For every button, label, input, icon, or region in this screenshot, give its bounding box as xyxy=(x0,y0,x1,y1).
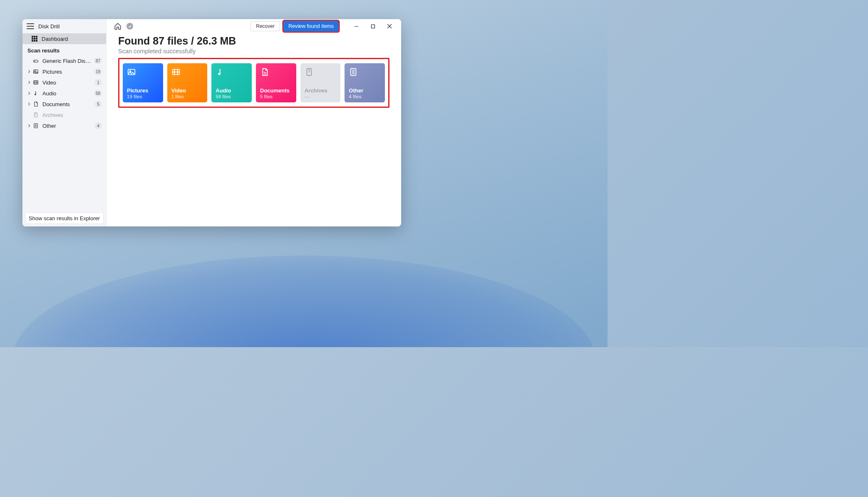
card-count: 4 files xyxy=(349,94,381,99)
tree-item-label: Other xyxy=(42,123,93,129)
svg-rect-15 xyxy=(371,25,374,28)
card-title: Video xyxy=(171,87,203,94)
count-badge: 87 xyxy=(94,57,102,64)
chevron-right-icon xyxy=(27,91,31,96)
svg-point-1 xyxy=(35,61,35,61)
count-badge: 1 xyxy=(94,79,102,86)
wallpaper-bloom xyxy=(12,256,595,347)
other-icon xyxy=(349,67,358,77)
documents-icon xyxy=(32,101,39,107)
chevron-right-icon xyxy=(27,102,31,107)
chevron-right-icon xyxy=(27,124,31,128)
card-title: Audio xyxy=(216,87,248,94)
svg-rect-0 xyxy=(34,60,38,62)
review-found-items-button[interactable]: Review found items xyxy=(283,21,339,32)
tree-item-label: Pictures xyxy=(42,69,92,75)
card-title: Documents xyxy=(260,87,292,94)
sidebar-footer: Show scan results in Explorer xyxy=(22,210,106,226)
home-icon[interactable] xyxy=(114,22,122,30)
content-header: Recover Review found items xyxy=(107,19,401,33)
pictures-icon xyxy=(127,67,136,77)
archives-icon xyxy=(305,67,314,77)
category-card-pictures[interactable]: Pictures19 files xyxy=(123,63,163,102)
tree-item-label: Archives xyxy=(42,112,102,118)
category-cards: Pictures19 filesVideo1 filesAudio58 file… xyxy=(118,58,389,108)
app-window: Disk Drill Dashboard Scan results Generi… xyxy=(22,19,401,226)
hamburger-menu-icon[interactable] xyxy=(27,23,34,29)
category-card-video[interactable]: Video1 files xyxy=(167,63,208,102)
audio-icon xyxy=(32,90,39,97)
sidebar-item-disk[interactable]: Generic Flash Disk USB D…87 xyxy=(22,55,106,66)
content-pane: Recover Review found items Found 87 file… xyxy=(107,19,401,226)
documents-icon xyxy=(260,67,269,77)
category-card-archives: Archives— xyxy=(300,63,341,102)
disk-icon xyxy=(32,57,39,64)
card-count: 19 files xyxy=(127,94,159,99)
sidebar-header: Disk Drill xyxy=(22,19,106,33)
app-title: Disk Drill xyxy=(38,23,60,30)
card-title: Pictures xyxy=(127,87,159,94)
sidebar-item-audio[interactable]: Audio58 xyxy=(22,88,106,99)
tree-item-label: Generic Flash Disk USB D… xyxy=(42,58,92,64)
chevron-right-icon xyxy=(27,70,31,74)
nav-label: Dashboard xyxy=(42,36,68,42)
other-icon xyxy=(32,122,39,129)
category-card-documents[interactable]: Documents5 files xyxy=(256,63,296,102)
tree-item-label: Video xyxy=(42,80,93,86)
sidebar: Disk Drill Dashboard Scan results Generi… xyxy=(22,19,107,226)
sidebar-item-pictures[interactable]: Pictures19 xyxy=(22,66,106,77)
close-icon[interactable] xyxy=(386,23,393,30)
minimize-icon[interactable] xyxy=(353,23,360,30)
maximize-icon[interactable] xyxy=(370,23,376,30)
sidebar-section-header: Scan results xyxy=(22,45,106,55)
tree-item-label: Documents xyxy=(42,101,93,107)
sidebar-item-other[interactable]: Other4 xyxy=(22,120,106,131)
count-badge: 4 xyxy=(94,122,102,129)
sidebar-item-archives: Archives xyxy=(22,109,106,120)
card-count: 1 files xyxy=(171,94,203,99)
tree-item-label: Audio xyxy=(42,90,92,97)
content-body: Found 87 files / 26.3 MB Scan completed … xyxy=(107,33,401,226)
sidebar-item-video[interactable]: Video1 xyxy=(22,77,106,88)
audio-icon xyxy=(216,67,225,77)
video-icon xyxy=(171,67,181,77)
card-title: Other xyxy=(349,87,381,94)
card-title: Archives xyxy=(305,87,337,94)
results-headline: Found 87 files / 26.3 MB xyxy=(118,35,389,47)
results-subheadline: Scan completed successfully xyxy=(118,48,389,55)
dashboard-icon xyxy=(32,36,37,42)
count-badge: 5 xyxy=(94,101,102,107)
category-card-other[interactable]: Other4 files xyxy=(345,63,385,102)
card-count: 58 files xyxy=(216,94,248,99)
scan-complete-icon xyxy=(126,23,133,30)
card-count: — xyxy=(305,94,337,99)
category-card-audio[interactable]: Audio58 files xyxy=(211,63,252,102)
video-icon xyxy=(32,79,39,86)
sidebar-tree: Generic Flash Disk USB D…87Pictures19Vid… xyxy=(22,55,106,131)
sidebar-item-documents[interactable]: Documents5 xyxy=(22,99,106,109)
card-count: 5 files xyxy=(260,94,292,99)
sidebar-item-dashboard[interactable]: Dashboard xyxy=(22,33,106,44)
pictures-icon xyxy=(32,68,39,75)
chevron-right-icon xyxy=(27,80,31,85)
show-in-explorer-button[interactable]: Show scan results in Explorer xyxy=(25,212,104,224)
recover-button[interactable]: Recover xyxy=(250,21,280,31)
count-badge: 58 xyxy=(94,90,102,97)
archives-icon xyxy=(32,112,39,118)
count-badge: 19 xyxy=(94,68,102,75)
